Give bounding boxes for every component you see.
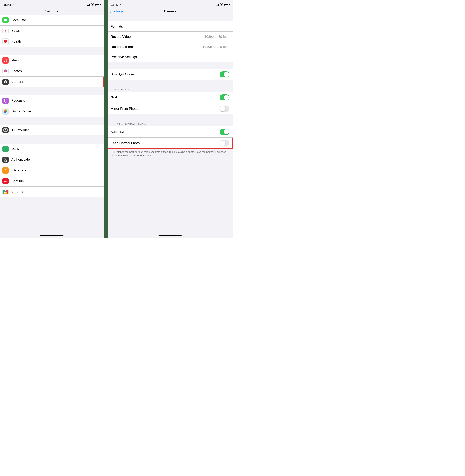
list-item[interactable]: Music › <box>0 55 104 66</box>
svg-point-12 <box>6 81 7 81</box>
keep-normal-photo-item[interactable]: Keep Normal Photo <box>107 138 232 149</box>
svg-point-18 <box>4 109 6 111</box>
music-chevron: › <box>99 59 100 62</box>
auto-hdr-knob <box>224 129 229 135</box>
chatium-icon <box>2 178 9 184</box>
grid-item[interactable]: Grid <box>107 92 232 103</box>
2gis-icon: 2G <box>2 146 9 152</box>
right-time: 16:43 <box>111 3 118 6</box>
record-slomo-chevron: › <box>229 45 230 49</box>
right-wifi-icon <box>220 3 223 6</box>
preserve-settings-label: Preserve Settings <box>111 55 229 59</box>
top-gap <box>107 15 232 21</box>
keep-normal-photo-toggle[interactable] <box>220 140 230 146</box>
hdr-section-header: HDR (HIGH DYNAMIC RANGE) <box>107 121 232 126</box>
right-status-bar: 16:43 ↗ <box>107 0 232 9</box>
back-button[interactable]: ‹ Settings <box>109 9 123 14</box>
list-item[interactable]: Health › <box>0 36 104 47</box>
settings-group-2: Music › <box>0 55 104 87</box>
list-item[interactable]: 2G 2GIS › <box>0 144 104 154</box>
right-panel: 16:43 ↗ ‹ Settings Camera <box>107 0 232 238</box>
list-item[interactable]: Photos › <box>0 66 104 77</box>
svg-point-30 <box>5 181 6 182</box>
auto-hdr-label: Auto HDR <box>111 130 220 134</box>
facetime-label: FaceTime <box>11 18 99 22</box>
camera-group-4: Auto HDR Keep Normal Photo <box>107 126 232 149</box>
record-video-item[interactable]: Record Video 1080p at 30 fps › <box>107 32 232 42</box>
svg-point-29 <box>4 181 5 182</box>
chrome-chevron: › <box>99 190 100 193</box>
tvprovider-chevron: › <box>99 129 100 132</box>
record-slomo-item[interactable]: Record Slo-mo 1080p at 240 fps › <box>107 42 232 52</box>
list-item[interactable]: Chatium › <box>0 176 104 186</box>
svg-text:₿: ₿ <box>5 169 6 172</box>
list-item[interactable]: Authenticator › <box>0 154 104 165</box>
grid-toggle[interactable] <box>220 94 230 100</box>
list-item[interactable]: FaceTime › <box>0 15 104 26</box>
safari-chevron: › <box>99 29 100 32</box>
auto-hdr-item[interactable]: Auto HDR <box>107 126 232 138</box>
camera-group-2: Scan QR Codes <box>107 69 232 80</box>
camera-settings-scroll[interactable]: Formats › Record Video 1080p at 30 fps ›… <box>107 15 232 236</box>
authenticator-label: Authenticator <box>11 158 99 162</box>
camera-chevron: › <box>99 80 100 83</box>
list-item[interactable]: Chrome › <box>0 186 104 197</box>
grid-knob <box>224 95 229 100</box>
list-item[interactable]: Game Center › <box>0 106 104 117</box>
health-icon <box>2 39 9 45</box>
list-item[interactable]: ₿ Bitcoin.com › <box>0 165 104 176</box>
right-status-icons <box>216 3 229 6</box>
camera-item[interactable]: Camera › <box>0 77 104 87</box>
photos-chevron: › <box>99 70 100 73</box>
2gis-chevron: › <box>99 147 100 150</box>
record-video-label: Record Video <box>111 35 204 39</box>
auto-hdr-toggle[interactable] <box>220 129 230 135</box>
mirror-front-toggle[interactable] <box>220 106 230 112</box>
back-label: Settings <box>111 9 123 13</box>
keep-normal-photo-knob <box>220 141 225 146</box>
list-item[interactable]: Safari › <box>0 26 104 36</box>
svg-point-19 <box>4 111 6 113</box>
scan-qr-label: Scan QR Codes <box>111 72 220 76</box>
scan-qr-toggle[interactable] <box>220 71 230 77</box>
record-slomo-value: 1080p at 240 fps <box>203 45 228 49</box>
record-video-value: 1080p at 30 fps <box>204 35 227 39</box>
composition-section-header: COMPOSITION <box>107 87 232 92</box>
formats-item[interactable]: Formats › <box>107 21 232 32</box>
left-status-bar: 16:43 ↗ <box>0 0 104 9</box>
list-item[interactable]: Podcasts › <box>0 95 104 106</box>
camera-label: Camera <box>11 80 99 84</box>
preserve-settings-item[interactable]: Preserve Settings › <box>107 52 232 62</box>
gap-4 <box>107 114 232 121</box>
svg-rect-0 <box>3 19 6 21</box>
scan-qr-item[interactable]: Scan QR Codes <box>107 69 232 80</box>
list-item[interactable]: $ TV Provider › <box>0 125 104 135</box>
chatium-chevron: › <box>99 180 100 183</box>
gap-2 <box>107 62 232 69</box>
formats-chevron: › <box>229 25 230 28</box>
right-home-bar <box>158 236 182 237</box>
settings-group-3: Podcasts › Game Center › <box>0 95 104 117</box>
camera-group-1: Formats › Record Video 1080p at 30 fps ›… <box>107 21 232 62</box>
right-title: Camera <box>164 9 176 13</box>
right-nav-header: ‹ Settings Camera <box>107 9 232 15</box>
photos-icon <box>2 68 9 74</box>
svg-rect-15 <box>5 102 6 103</box>
chatium-label: Chatium <box>11 179 99 183</box>
bitcoin-label: Bitcoin.com <box>11 168 99 172</box>
hdr-footer: HDR blends the best parts of three separ… <box>107 149 232 160</box>
facetime-icon <box>2 17 9 23</box>
safari-icon <box>2 28 9 34</box>
authenticator-icon <box>2 156 9 163</box>
camera-icon <box>2 79 9 85</box>
left-wifi-icon <box>91 3 95 6</box>
svg-point-11 <box>5 82 6 83</box>
right-battery-icon <box>224 3 229 6</box>
podcasts-label: Podcasts <box>11 99 99 103</box>
left-location-icon: ↗ <box>12 3 14 6</box>
svg-text:2G: 2G <box>4 148 7 150</box>
music-label: Music <box>11 58 99 62</box>
mirror-front-photos-item[interactable]: Mirror Front Photos <box>107 103 232 114</box>
formats-label: Formats <box>111 25 229 29</box>
svg-text:$: $ <box>5 129 6 131</box>
